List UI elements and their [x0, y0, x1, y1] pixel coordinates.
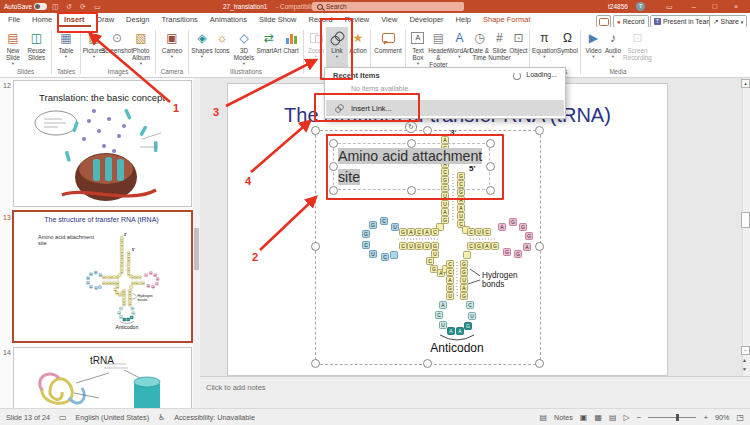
dropdown-caret-icon: ▾: [243, 62, 245, 66]
3d-models-button[interactable]: ◇3D Models▾: [231, 27, 257, 67]
close-icon[interactable]: ×: [734, 0, 738, 13]
selection-handle[interactable]: [311, 359, 320, 368]
tab-transitions[interactable]: Transitions: [155, 13, 203, 27]
video-label: Video: [585, 47, 601, 54]
header-footer-icon: ▤: [433, 30, 444, 46]
normal-view-icon[interactable]: ▣: [580, 413, 588, 422]
tab-help[interactable]: Help: [450, 13, 477, 27]
selection-handle[interactable]: [311, 126, 320, 135]
slide-sorter-view-icon[interactable]: ▦: [594, 413, 602, 422]
dropdown-caret-icon: ▾: [417, 62, 419, 66]
date-time-button[interactable]: ◷Date & Time: [469, 27, 489, 68]
next-slide-icon[interactable]: ▼: [742, 366, 747, 372]
video-icon: ▶: [589, 30, 598, 46]
cameo-button[interactable]: ▣Cameo▾: [158, 27, 186, 67]
audio-button[interactable]: ♪Audio▾: [603, 27, 622, 67]
selection-handle[interactable]: [311, 242, 320, 251]
screenshot-icon: ⊙: [112, 30, 122, 46]
notes-pane[interactable]: Click to add notes: [200, 376, 750, 408]
tab-animations[interactable]: Animations: [204, 13, 253, 27]
svg-text:Hydrogen: Hydrogen: [138, 294, 153, 298]
comments-button[interactable]: [596, 15, 611, 28]
text-box-button[interactable]: Text Box▾: [408, 27, 427, 68]
screen-recording-button[interactable]: ⊡Screen Recording: [622, 27, 652, 67]
thumbnail-scrollbar-thumb[interactable]: [194, 228, 199, 270]
scroll-up-icon[interactable]: ▴: [741, 79, 750, 88]
notes-page-icon[interactable]: ▭: [59, 413, 67, 422]
equation-label: Equation: [532, 47, 557, 54]
zoom-slider[interactable]: [648, 417, 696, 418]
maximize-icon[interactable]: ▢: [712, 0, 718, 13]
record-button[interactable]: ●Record: [613, 15, 649, 28]
minimize-icon[interactable]: –: [692, 0, 696, 13]
smartart-button[interactable]: ⇄SmartArt: [257, 27, 281, 67]
search-input[interactable]: Search: [312, 2, 464, 11]
photo-album-button[interactable]: ▧Photo Album▾: [129, 27, 153, 67]
table-button[interactable]: ▦Table▾: [54, 27, 78, 67]
fit-slide-icon[interactable]: ◳: [736, 413, 744, 422]
search-placeholder: Search: [326, 2, 347, 11]
reuse-slides-button[interactable]: ◫Reuse Slides: [24, 27, 49, 67]
slide-thumbnail-12[interactable]: Translation: the basic concept: [13, 80, 192, 207]
dropdown-caret-icon: ▾: [12, 62, 14, 66]
dropdown-caret-icon: ▾: [315, 55, 317, 59]
slide-thumbnail-panel: 12 Translation: the basic concept 13 The…: [0, 78, 200, 408]
notes-toggle-label[interactable]: Notes: [554, 413, 573, 422]
reading-view-icon[interactable]: ▤: [609, 413, 617, 422]
tab-design[interactable]: Design: [120, 13, 155, 27]
wordart-button[interactable]: AWordArt▾: [449, 27, 469, 68]
autosave-toggle[interactable]: [34, 3, 47, 10]
share-icon: ↗: [713, 18, 719, 25]
header-footer-button[interactable]: ▤Header & Footer: [427, 27, 449, 68]
slideshow-view-icon[interactable]: ▷: [624, 413, 630, 422]
icons-button[interactable]: ☼Icons: [213, 27, 231, 67]
shapes-button[interactable]: ◈Shapes▾: [191, 27, 213, 67]
selection-handle[interactable]: [535, 126, 544, 135]
zoom-slider-thumb[interactable]: [676, 414, 679, 421]
equation-button[interactable]: πEquation▾: [532, 27, 556, 67]
tab-view[interactable]: View: [375, 13, 403, 27]
dropdown-caret-icon: ▾: [612, 55, 614, 59]
photo-album-icon: ▧: [135, 30, 146, 46]
zoom-out-icon[interactable]: −: [637, 413, 642, 422]
accessibility-status[interactable]: Accessibility: Unavailable: [174, 413, 255, 422]
comment-button[interactable]: Comment: [373, 27, 403, 67]
chart-button[interactable]: Chart: [281, 27, 301, 67]
zoom-level[interactable]: 90%: [715, 413, 729, 422]
status-bar: Slide 13 of 24 ▭ English (United States)…: [0, 408, 750, 425]
tab-file[interactable]: File: [2, 13, 26, 27]
slide-number-14: 14: [3, 349, 11, 356]
selection-handle[interactable]: [535, 359, 544, 368]
previous-slide-icon[interactable]: ▲: [742, 357, 747, 363]
scroll-down-icon[interactable]: –: [741, 346, 750, 355]
thumbnail-scrollbar[interactable]: [193, 78, 200, 408]
vertical-scrollbar-thumb[interactable]: [741, 212, 750, 228]
tab-slide-show[interactable]: Slide Show: [253, 13, 303, 27]
tab-shape-format[interactable]: Shape Format: [477, 13, 537, 27]
screenshot-button[interactable]: ⊙Screenshot▾: [105, 27, 129, 67]
rotate-handle[interactable]: ↻: [405, 121, 417, 133]
language-status[interactable]: English (United States): [76, 413, 150, 422]
slide-thumbnail-13-selected[interactable]: The structure of transfer RNA (tRNA) Ami…: [12, 210, 193, 343]
tab-developer[interactable]: Developer: [403, 13, 449, 27]
autosave-label: AutoSave: [4, 0, 32, 13]
share-button[interactable]: ↗ Share ▾: [709, 15, 747, 28]
slide-thumbnail-14[interactable]: tRNA: [13, 347, 192, 408]
object-button[interactable]: ⊡Object: [509, 27, 527, 68]
zoom-in-icon[interactable]: +: [703, 413, 708, 422]
group-separator: [188, 30, 189, 74]
date-time-icon: ◷: [474, 30, 484, 46]
reuse-slides-label: Reuse Slides: [24, 47, 49, 61]
notes-toggle-icon[interactable]: ▤: [540, 413, 548, 422]
ribbon-display-icon[interactable]: ▭: [666, 0, 673, 13]
video-button[interactable]: ▶Video▾: [583, 27, 603, 67]
new-slide-button[interactable]: ▤New Slide▾: [2, 27, 24, 67]
comment-label: Comment: [374, 47, 401, 54]
selection-handle[interactable]: [423, 359, 432, 368]
symbol-button[interactable]: ΩSymbol: [556, 27, 578, 67]
avatar[interactable]: T: [636, 2, 645, 11]
slide-number-button[interactable]: #Slide Number: [489, 27, 509, 68]
selection-handle[interactable]: [535, 242, 544, 251]
tab-home[interactable]: Home: [26, 13, 58, 27]
user-name[interactable]: t24856: [608, 0, 628, 13]
